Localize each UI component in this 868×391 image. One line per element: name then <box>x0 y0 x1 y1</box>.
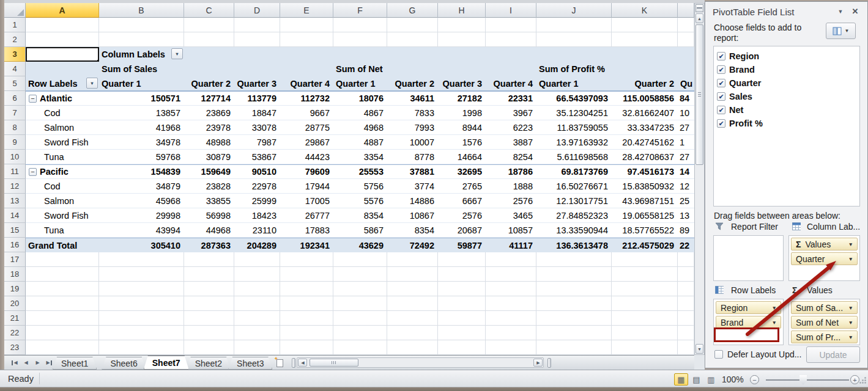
sum-of-net-field-button[interactable]: Sum of Net ▼ <box>791 316 858 329</box>
value-cell[interactable]: 25999 <box>234 194 280 208</box>
quarter-header-cell[interactable]: Quarter 2 <box>184 76 234 91</box>
field-item-sales[interactable]: ✔Sales <box>714 90 859 103</box>
cell[interactable]: Sum of Sales <box>99 62 184 76</box>
value-cell[interactable]: 28.42708637 <box>612 150 678 164</box>
value-cell[interactable]: 7993 <box>387 120 438 135</box>
column-header-J[interactable]: J <box>536 3 612 18</box>
value-cell[interactable]: 17005 <box>280 194 333 208</box>
column-header-D[interactable]: D <box>234 3 280 18</box>
cell[interactable] <box>280 326 333 340</box>
value-cell[interactable]: 97.4516173 <box>612 164 678 179</box>
cell[interactable] <box>486 267 536 282</box>
column-header-F[interactable]: F <box>333 3 387 18</box>
column-header-K[interactable]: K <box>612 3 678 18</box>
quarter-header-cell[interactable]: Quarter 1 <box>99 76 184 91</box>
cell[interactable] <box>612 296 678 311</box>
value-cell[interactable]: 159649 <box>184 164 234 179</box>
checked-checkbox-icon[interactable]: ✔ <box>717 92 725 101</box>
row-header-13[interactable]: 13 <box>4 194 26 208</box>
cell[interactable] <box>234 47 280 62</box>
cell[interactable] <box>536 47 612 62</box>
selected-cell-a3[interactable] <box>26 47 99 62</box>
cell[interactable] <box>536 296 612 311</box>
zoom-slider-track[interactable] <box>766 379 849 381</box>
cell[interactable] <box>678 62 694 76</box>
row-header-8[interactable]: 8 <box>4 120 26 135</box>
cell[interactable] <box>99 311 184 326</box>
value-cell[interactable]: 3774 <box>387 179 438 194</box>
value-cell[interactable]: 8254 <box>486 150 536 164</box>
value-cell[interactable]: 18076 <box>333 91 387 106</box>
cell[interactable] <box>280 18 333 32</box>
value-cell[interactable]: 59768 <box>99 150 184 164</box>
value-cell[interactable]: 17944 <box>280 179 333 194</box>
value-cell[interactable]: 25 <box>678 194 694 208</box>
cell[interactable] <box>678 18 694 32</box>
cell[interactable] <box>438 267 486 282</box>
cell[interactable] <box>387 326 438 340</box>
select-all-button[interactable] <box>4 3 26 18</box>
cell[interactable] <box>678 340 694 355</box>
tab-scrollbar-splitter[interactable] <box>292 358 295 368</box>
value-cell[interactable]: 34879 <box>99 179 184 194</box>
value-cell[interactable]: 43629 <box>333 238 387 252</box>
quarter-header-cell[interactable]: Quarter 4 <box>280 76 333 91</box>
value-cell[interactable]: 8778 <box>387 150 438 164</box>
sum-of-sales-field-button[interactable]: Sum of Sa... ▼ <box>791 301 858 314</box>
value-cell[interactable]: 66.54397093 <box>536 91 612 106</box>
cell[interactable] <box>234 340 280 355</box>
row-label-cell[interactable]: Cod <box>26 106 99 120</box>
value-cell[interactable]: 10 <box>678 106 694 120</box>
cell[interactable] <box>678 296 694 311</box>
cell[interactable] <box>280 62 333 76</box>
row-label-cell[interactable]: Salmon <box>26 120 99 135</box>
cell[interactable] <box>234 18 280 32</box>
normal-view-button[interactable]: ▦ <box>674 373 688 386</box>
value-cell[interactable]: 10007 <box>387 135 438 150</box>
value-cell[interactable]: 32.81662407 <box>612 106 678 120</box>
value-cell[interactable]: 3967 <box>486 106 536 120</box>
row-label-cell[interactable]: Tuna <box>26 223 99 238</box>
value-cell[interactable]: 11.83759055 <box>536 120 612 135</box>
value-cell[interactable]: 14 <box>678 164 694 179</box>
brand-field-button[interactable]: Brand ▼ <box>716 316 781 329</box>
value-cell[interactable]: 127714 <box>184 91 234 106</box>
column-header-clipped[interactable] <box>678 3 694 18</box>
row-header-12[interactable]: 12 <box>4 179 26 194</box>
cell[interactable] <box>280 32 333 47</box>
cell[interactable] <box>438 296 486 311</box>
cell[interactable] <box>333 311 387 326</box>
value-cell[interactable]: 18786 <box>486 164 536 179</box>
value-cell[interactable]: 30879 <box>184 150 234 164</box>
scroll-up-button[interactable]: ▲ <box>696 13 703 23</box>
row-label-cell[interactable]: Salmon <box>26 194 99 208</box>
value-cell[interactable]: 13.33590944 <box>536 223 612 238</box>
quarter-header-cell[interactable]: Quarter 1 <box>536 76 612 91</box>
value-cell[interactable]: 6667 <box>438 194 486 208</box>
cell[interactable] <box>387 282 438 296</box>
panel-menu-button[interactable]: ▼ <box>835 7 846 16</box>
value-cell[interactable]: 154839 <box>99 164 184 179</box>
value-cell[interactable]: 27 <box>678 150 694 164</box>
cell[interactable] <box>486 340 536 355</box>
value-cell[interactable]: 29998 <box>99 208 184 223</box>
cell[interactable] <box>333 252 387 267</box>
value-cell[interactable]: 41117 <box>486 238 536 252</box>
value-cell[interactable]: 12 <box>678 179 694 194</box>
value-cell[interactable]: 8354 <box>333 208 387 223</box>
value-cell[interactable]: 28775 <box>280 120 333 135</box>
cell[interactable] <box>387 311 438 326</box>
cell[interactable] <box>99 326 184 340</box>
cell[interactable] <box>280 267 333 282</box>
checked-checkbox-icon[interactable]: ✔ <box>717 52 725 60</box>
pane-layout-selector-button[interactable]: ▼ <box>826 23 856 39</box>
collapse-button[interactable]: − <box>29 168 37 176</box>
cell[interactable]: Sum of Profit % <box>536 62 612 76</box>
cell[interactable] <box>438 62 486 76</box>
row-header-14[interactable]: 14 <box>4 208 26 223</box>
values-drop-area[interactable]: Sum of Sa... ▼ Sum of Net ▼ Sum of Pr...… <box>788 299 860 345</box>
value-cell[interactable]: 59877 <box>438 238 486 252</box>
value-cell[interactable]: 19.06558125 <box>612 208 678 223</box>
tab-sheet7-active[interactable]: Sheet7 <box>144 356 189 370</box>
value-cell[interactable]: 25553 <box>333 164 387 179</box>
